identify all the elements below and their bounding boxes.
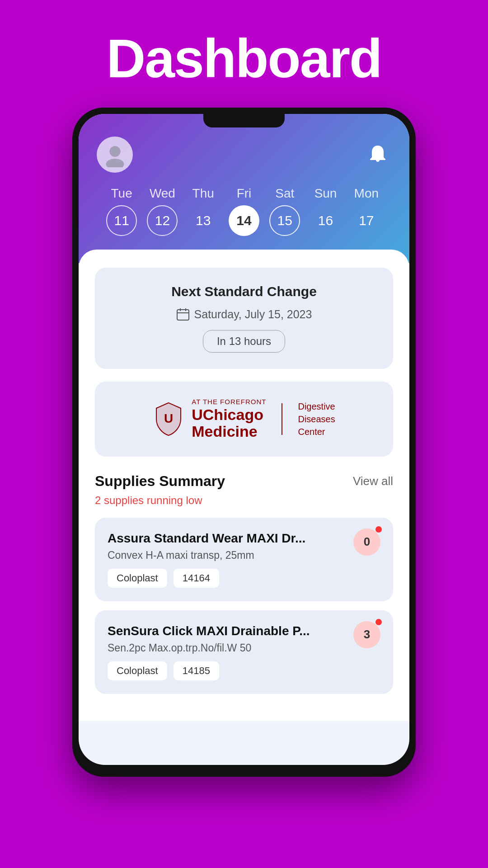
hospital-logo: U AT THE FOREFRONT UChicagoMedicine Dige… bbox=[153, 398, 335, 440]
supplies-header: Supplies Summary View all bbox=[95, 473, 393, 490]
supply-tag-brand-2: Coloplast bbox=[108, 661, 167, 680]
svg-text:U: U bbox=[164, 411, 173, 425]
supplies-title: Supplies Summary bbox=[95, 473, 225, 490]
change-card-date-text: Saturday, July 15, 2023 bbox=[194, 308, 312, 321]
hospital-shield: U bbox=[153, 401, 184, 437]
supply-card-1-tags: Coloplast 14164 bbox=[108, 569, 380, 588]
day-col-sun[interactable]: Sun 16 bbox=[305, 186, 346, 236]
hospital-card: U AT THE FOREFRONT UChicagoMedicine Dige… bbox=[95, 382, 393, 457]
supply-count-badge-1: 0 bbox=[353, 528, 380, 556]
next-change-card: Next Standard Change Saturday, July 15, … bbox=[95, 268, 393, 369]
day-number-thu: 13 bbox=[188, 205, 219, 236]
header-area: Tue 11 Wed 12 Thu 13 Fri 14 bbox=[79, 114, 409, 263]
hospital-at-forefront: AT THE FOREFRONT bbox=[192, 398, 266, 406]
day-label-mon: Mon bbox=[354, 186, 379, 201]
day-number-sat: 15 bbox=[269, 205, 300, 236]
change-card-title: Next Standard Change bbox=[108, 284, 380, 299]
supply-tag-code-2: 14185 bbox=[174, 661, 219, 680]
hospital-name: UChicagoMedicine bbox=[192, 406, 266, 440]
supply-card-1-title: Assura Standard Wear MAXI Dr... bbox=[108, 531, 380, 546]
supply-card-1-subtitle: Convex H-A maxi transp, 25mm bbox=[108, 549, 380, 561]
supply-card-2-subtitle: Sen.2pc Max.op.trp.No/fil.W 50 bbox=[108, 642, 380, 654]
bell-icon[interactable] bbox=[364, 141, 391, 168]
day-label-wed: Wed bbox=[150, 186, 175, 201]
phone-notch bbox=[203, 114, 285, 127]
svg-point-1 bbox=[106, 159, 124, 167]
change-card-time-badge: In 13 hours bbox=[203, 330, 285, 353]
day-number-tue: 11 bbox=[106, 205, 137, 236]
supply-count-badge-2: 3 bbox=[353, 621, 380, 648]
day-col-sat[interactable]: Sat 15 bbox=[264, 186, 305, 236]
hospital-divider bbox=[282, 403, 282, 435]
day-col-mon[interactable]: Mon 17 bbox=[346, 186, 387, 236]
day-label-fri: Fri bbox=[237, 186, 252, 201]
day-col-tue[interactable]: Tue 11 bbox=[101, 186, 142, 236]
day-number-fri: 14 bbox=[229, 205, 259, 236]
svg-point-0 bbox=[109, 146, 120, 157]
supply-tag-brand-1: Coloplast bbox=[108, 569, 167, 588]
page-title: Dashboard bbox=[107, 27, 382, 90]
view-all-button[interactable]: View all bbox=[353, 474, 393, 488]
day-col-wed[interactable]: Wed 12 bbox=[142, 186, 183, 236]
hospital-division: DigestiveDiseasesCenter bbox=[298, 400, 335, 438]
day-number-wed: 12 bbox=[147, 205, 178, 236]
supply-card-2-title: SenSura Click MAXI Drainable P... bbox=[108, 624, 380, 638]
header-top bbox=[97, 137, 391, 173]
day-label-thu: Thu bbox=[192, 186, 214, 201]
supply-card-2[interactable]: SenSura Click MAXI Drainable P... Sen.2p… bbox=[95, 610, 393, 694]
avatar[interactable] bbox=[97, 137, 133, 173]
calendar-week: Tue 11 Wed 12 Thu 13 Fri 14 bbox=[97, 186, 391, 236]
supply-card-2-tags: Coloplast 14185 bbox=[108, 661, 380, 680]
supply-count-dot-1 bbox=[375, 526, 382, 533]
day-label-sun: Sun bbox=[314, 186, 337, 201]
supply-tag-code-1: 14164 bbox=[174, 569, 219, 588]
day-number-sun: 16 bbox=[310, 205, 341, 236]
day-col-fri[interactable]: Fri 14 bbox=[224, 186, 264, 236]
change-card-date: Saturday, July 15, 2023 bbox=[108, 307, 380, 321]
day-label-sat: Sat bbox=[275, 186, 294, 201]
supplies-warning: 2 supplies running low bbox=[95, 494, 393, 507]
calendar-icon bbox=[176, 307, 190, 321]
content-area: Next Standard Change Saturday, July 15, … bbox=[79, 250, 409, 721]
supply-count-dot-2 bbox=[375, 619, 382, 625]
hospital-text-block: AT THE FOREFRONT UChicagoMedicine bbox=[192, 398, 266, 440]
day-col-thu[interactable]: Thu 13 bbox=[183, 186, 224, 236]
phone-screen: Tue 11 Wed 12 Thu 13 Fri 14 bbox=[79, 114, 409, 765]
svg-rect-2 bbox=[177, 310, 189, 320]
day-number-mon: 17 bbox=[351, 205, 382, 236]
phone-frame: Tue 11 Wed 12 Thu 13 Fri 14 bbox=[72, 108, 416, 777]
day-label-tue: Tue bbox=[111, 186, 132, 201]
supply-card-1[interactable]: Assura Standard Wear MAXI Dr... Convex H… bbox=[95, 518, 393, 601]
